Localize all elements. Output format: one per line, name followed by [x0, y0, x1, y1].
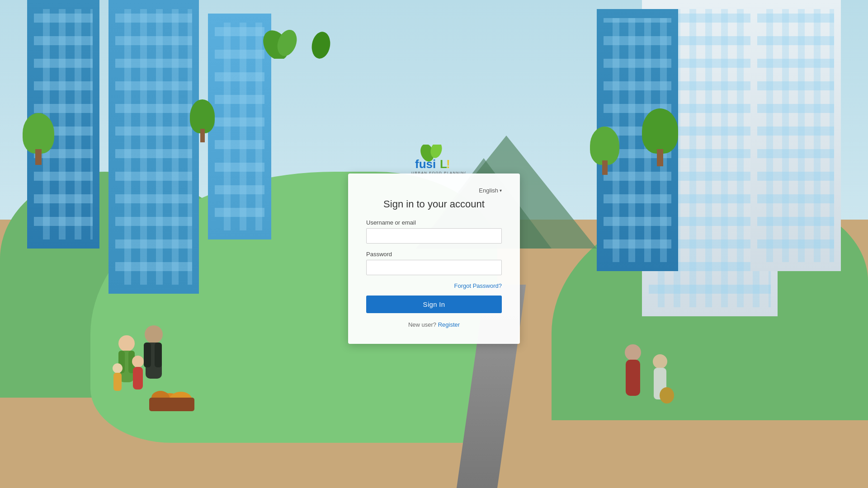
password-input[interactable]: [366, 260, 502, 275]
register-link[interactable]: Register: [438, 321, 460, 328]
svg-text:!: !: [446, 157, 450, 171]
logo-svg: fusi L ! URBAN FOOD PLANNING: [402, 145, 466, 176]
username-input[interactable]: [366, 228, 502, 244]
card-title: Sign in to your account: [366, 198, 502, 210]
login-card: English ▾ Sign in to your account Userna…: [348, 174, 520, 344]
chevron-down-icon: ▾: [500, 188, 502, 193]
register-row: New user? Register: [366, 321, 502, 328]
username-field-group: Username or email: [366, 219, 502, 244]
username-label: Username or email: [366, 219, 502, 226]
svg-text:fusi: fusi: [415, 157, 436, 171]
language-label: English: [479, 187, 498, 194]
forgot-password-link[interactable]: Forgot Password?: [454, 282, 502, 289]
password-label: Password: [366, 251, 502, 258]
logo-area: fusi L ! URBAN FOOD PLANNING: [402, 145, 466, 178]
password-field-group: Password: [366, 251, 502, 275]
sign-in-button[interactable]: Sign In: [366, 296, 502, 313]
new-user-text: New user?: [408, 321, 436, 328]
language-selector[interactable]: English ▾: [366, 187, 502, 194]
page-center: fusi L ! URBAN FOOD PLANNING English ▾ S…: [0, 0, 868, 488]
forgot-password-row: Forgot Password?: [366, 282, 502, 289]
